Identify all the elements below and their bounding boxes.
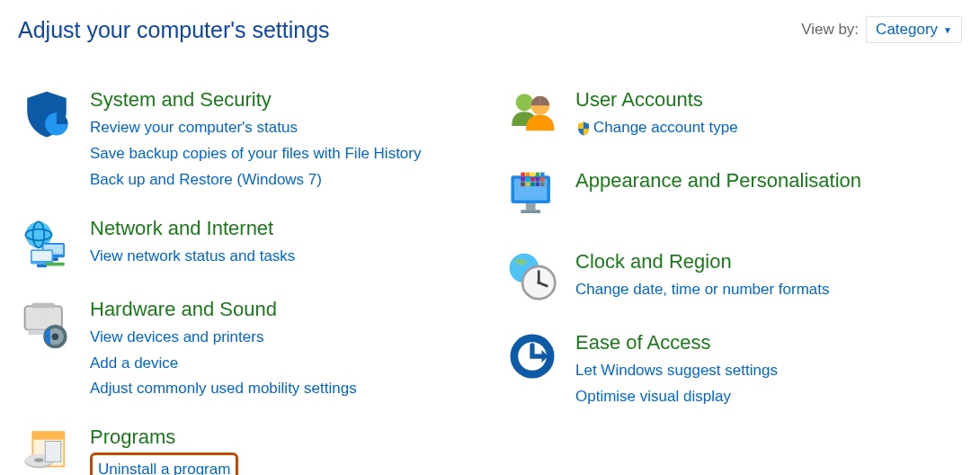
svg-rect-33 [536,173,540,177]
category-system-security: System and SecurityReview your computer'… [18,88,477,193]
clock-region-icon[interactable] [503,250,561,308]
category-ease-of-access: Ease of AccessLet Windows suggest settin… [503,331,962,410]
svg-rect-29 [521,210,540,213]
ease-of-access-icon[interactable] [503,331,561,389]
svg-rect-8 [32,251,52,261]
svg-rect-39 [540,177,545,182]
page-title: Adjust your computer's settings [18,17,330,43]
link-hardware-sound-0[interactable]: View devices and printers [90,325,263,351]
category-user-accounts: User Accounts Change account type [503,88,962,146]
svg-rect-10 [45,262,65,265]
category-title-hardware-sound[interactable]: Hardware and Sound [90,298,357,321]
svg-point-49 [537,281,540,284]
category-appearance: Appearance and Personalisation [503,169,962,227]
svg-point-16 [52,333,59,340]
svg-rect-34 [540,173,545,177]
svg-rect-40 [521,183,525,187]
category-title-appearance[interactable]: Appearance and Personalisation [575,169,861,193]
svg-rect-44 [540,183,545,187]
category-title-user-accounts[interactable]: User Accounts [575,88,738,112]
programs-icon[interactable] [18,426,76,475]
svg-rect-32 [530,173,535,177]
hardware-sound-icon[interactable] [18,298,76,355]
category-title-ease-of-access[interactable]: Ease of Access [575,331,778,354]
view-by-value: Category [876,21,938,39]
link-ease-of-access-1[interactable]: Optimise visual display [575,384,731,410]
svg-rect-42 [530,183,535,187]
link-ease-of-access-0[interactable]: Let Windows suggest settings [575,358,778,384]
category-title-programs[interactable]: Programs [90,426,238,449]
category-title-clock-region[interactable]: Clock and Region [575,250,830,273]
svg-rect-18 [32,432,64,440]
category-hardware-sound: Hardware and SoundView devices and print… [18,298,477,403]
link-clock-region-0[interactable]: Change date, time or number formats [575,277,830,303]
svg-rect-38 [536,177,540,182]
category-title-system-security[interactable]: System and Security [90,88,422,112]
network-internet-icon[interactable] [18,217,76,274]
system-security-icon[interactable] [18,88,76,146]
link-hardware-sound-1[interactable]: Add a device [90,351,178,377]
category-title-network-internet[interactable]: Network and Internet [90,217,295,240]
link-network-internet-0[interactable]: View network status and tasks [90,244,295,270]
svg-rect-30 [521,173,525,177]
appearance-icon[interactable] [503,169,561,227]
view-by-dropdown[interactable]: Category ▼ [866,16,962,43]
link-user-accounts-0[interactable]: Change account type [593,115,738,141]
link-system-security-2[interactable]: Back up and Restore (Windows 7) [90,167,322,193]
svg-rect-43 [536,183,540,187]
svg-point-23 [516,94,533,111]
category-clock-region: Clock and RegionChange date, time or num… [503,250,962,308]
svg-rect-41 [526,183,530,187]
svg-rect-31 [526,173,530,177]
svg-rect-12 [31,302,55,308]
chevron-down-icon: ▼ [943,25,952,35]
link-system-security-1[interactable]: Save backup copies of your files with Fi… [90,141,422,167]
link-system-security-0[interactable]: Review your computer's status [90,115,298,141]
svg-rect-27 [514,179,547,201]
category-network-internet: Network and InternetView network status … [18,217,477,274]
link-programs-0[interactable]: Uninstall a program [90,453,238,475]
view-by-label: View by: [801,21,859,39]
uac-shield-icon [575,121,590,135]
link-hardware-sound-2[interactable]: Adjust commonly used mobility settings [90,376,357,402]
svg-rect-37 [530,177,535,182]
svg-rect-22 [45,442,61,462]
svg-point-21 [34,459,44,462]
category-programs: ProgramsUninstall a program [18,426,477,475]
svg-rect-35 [521,177,525,182]
svg-rect-28 [526,203,536,210]
svg-rect-36 [526,177,530,182]
user-accounts-icon[interactable] [503,88,561,146]
